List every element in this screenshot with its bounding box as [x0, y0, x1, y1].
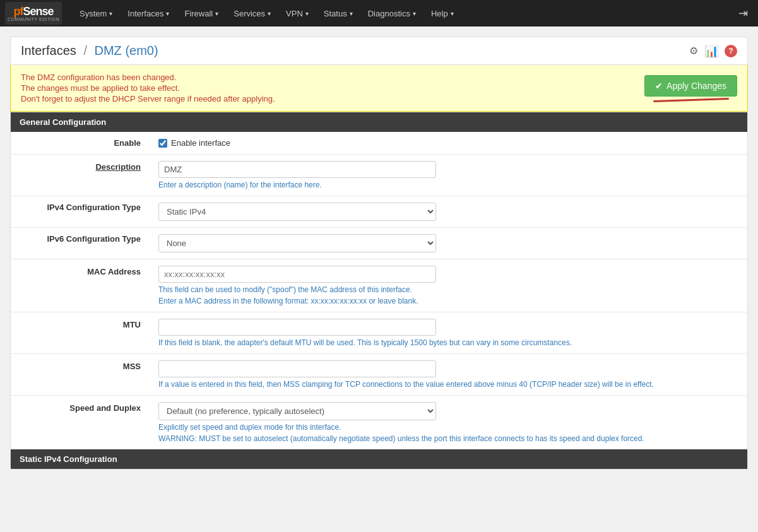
- ipv4-config-type-row: IPv4 Configuration Type Static IPv4 None…: [11, 196, 747, 228]
- speed-duplex-label: Speed and Duplex: [11, 396, 150, 450]
- ipv4-config-type-label: IPv4 Configuration Type: [11, 196, 150, 228]
- description-cell: Enter a description (name) for the inter…: [150, 155, 747, 196]
- static-ipv4-header: Static IPv4 Configuration: [11, 449, 747, 469]
- logout-icon[interactable]: ⇥: [733, 6, 753, 20]
- general-config-header: General Configuration: [11, 112, 747, 132]
- speed-duplex-cell: Default (no preference, typically autose…: [150, 396, 747, 450]
- page-header: Interfaces / DMZ (em0) ⚙ 📊 ?: [10, 37, 748, 64]
- description-input[interactable]: [158, 161, 436, 178]
- header-icons: ⚙ 📊 ?: [689, 44, 737, 58]
- breadcrumb-separator: /: [83, 44, 87, 57]
- mss-spinner-wrap: [158, 360, 436, 377]
- nav-status[interactable]: Status▾: [316, 0, 360, 27]
- red-underline-decoration: [653, 98, 728, 102]
- mtu-spinner-wrap: [158, 319, 436, 336]
- nav-diagnostics[interactable]: Diagnostics▾: [360, 0, 423, 27]
- settings-sliders-icon[interactable]: ⚙: [689, 45, 698, 57]
- enable-label: Enable: [11, 132, 150, 155]
- nav-system[interactable]: System▾: [72, 0, 120, 27]
- nav-help[interactable]: Help▾: [423, 0, 461, 27]
- enable-checkbox[interactable]: [158, 139, 167, 148]
- nav-firewall[interactable]: Firewall▾: [177, 0, 226, 27]
- nav-interfaces[interactable]: Interfaces▾: [120, 0, 177, 27]
- mtu-row: MTU If this field is blank, the adapter'…: [11, 312, 747, 354]
- speed-duplex-select[interactable]: Default (no preference, typically autose…: [158, 402, 436, 420]
- general-config-table: Enable Enable interface Description Ente…: [11, 132, 747, 449]
- mtu-cell: If this field is blank, the adapter's de…: [150, 312, 747, 354]
- mss-cell: If a value is entered in this field, the…: [150, 354, 747, 396]
- mac-hint-1: This field can be used to modify ("spoof…: [158, 285, 738, 294]
- mss-input[interactable]: [158, 360, 436, 377]
- navbar: pfSense COMMUNITY EDITION System▾ Interf…: [0, 0, 758, 27]
- nav-services[interactable]: Services▾: [226, 0, 278, 27]
- apply-btn-wrapper: ✔ Apply Changes: [644, 75, 737, 101]
- mss-hint: If a value is entered in this field, the…: [158, 380, 738, 389]
- logo-text: pfSense: [13, 6, 53, 17]
- ipv6-config-type-row: IPv6 Configuration Type None Static IPv6…: [11, 228, 747, 259]
- alert-messages: The DMZ configuration has been changed. …: [21, 73, 275, 103]
- brand-logo[interactable]: pfSense COMMUNITY EDITION: [5, 2, 62, 25]
- nav-vpn[interactable]: VPN▾: [278, 0, 316, 27]
- ipv6-config-type-cell: None Static IPv6 DHCP6 SLAAC: [150, 228, 747, 259]
- main-card: General Configuration Enable Enable inte…: [10, 112, 748, 470]
- mtu-label: MTU: [11, 312, 150, 354]
- chart-icon[interactable]: 📊: [704, 44, 718, 58]
- mac-address-cell: This field can be used to modify ("spoof…: [150, 259, 747, 312]
- help-icon[interactable]: ?: [725, 45, 737, 57]
- nav-items: System▾ Interfaces▾ Firewall▾ Services▾ …: [72, 0, 733, 27]
- alert-box: The DMZ configuration has been changed. …: [10, 64, 748, 112]
- speed-duplex-hint-2: WARNING: MUST be set to autoselect (auto…: [158, 434, 738, 443]
- mac-address-label: MAC Address: [11, 259, 150, 312]
- mac-address-row: MAC Address This field can be used to mo…: [11, 259, 747, 312]
- mtu-hint: If this field is blank, the adapter's de…: [158, 338, 738, 347]
- enable-checkbox-row: Enable interface: [158, 138, 738, 148]
- ipv4-config-type-cell: Static IPv4 None DHCP PPPoE: [150, 196, 747, 228]
- alert-line-3: Don't forget to adjust the DHCP Server r…: [21, 94, 275, 103]
- ipv4-config-type-select[interactable]: Static IPv4 None DHCP PPPoE: [158, 203, 436, 221]
- alert-line-1: The DMZ configuration has been changed.: [21, 73, 275, 82]
- speed-duplex-hint-1: Explicitly set speed and duplex mode for…: [158, 423, 738, 432]
- apply-changes-button[interactable]: ✔ Apply Changes: [644, 75, 737, 97]
- enable-cell: Enable interface: [150, 132, 747, 155]
- mss-row: MSS If a value is entered in this field,…: [11, 354, 747, 396]
- mtu-input[interactable]: [158, 319, 436, 336]
- speed-duplex-row: Speed and Duplex Default (no preference,…: [11, 396, 747, 450]
- alert-line-2: The changes must be applied to take effe…: [21, 83, 275, 93]
- mss-label: MSS: [11, 354, 150, 396]
- description-row: Description Enter a description (name) f…: [11, 155, 747, 196]
- mac-hint-2: Enter a MAC address in the following for…: [158, 297, 738, 305]
- description-label: Description: [11, 155, 150, 196]
- breadcrumb: Interfaces / DMZ (em0): [21, 44, 158, 58]
- enable-row: Enable Enable interface: [11, 132, 747, 155]
- ipv6-config-type-label: IPv6 Configuration Type: [11, 228, 150, 259]
- breadcrumb-current: DMZ (em0): [95, 44, 158, 57]
- mac-address-input[interactable]: [158, 266, 436, 283]
- enable-checkbox-label: Enable interface: [171, 138, 230, 148]
- ipv6-config-type-select[interactable]: None Static IPv6 DHCP6 SLAAC: [158, 234, 436, 252]
- logo-sub: COMMUNITY EDITION: [8, 17, 59, 21]
- description-hint: Enter a description (name) for the inter…: [158, 180, 738, 189]
- checkmark-icon: ✔: [655, 81, 663, 91]
- breadcrumb-parent[interactable]: Interfaces: [21, 44, 76, 57]
